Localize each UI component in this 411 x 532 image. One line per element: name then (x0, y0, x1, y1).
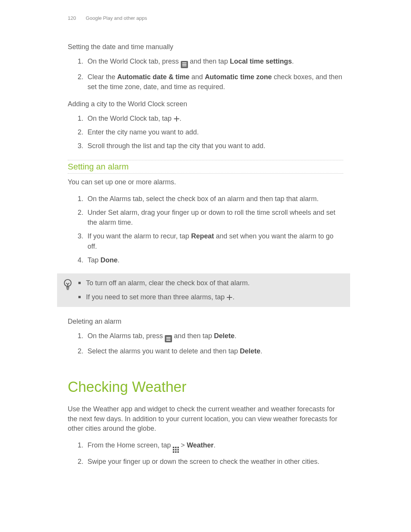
svg-rect-2 (67, 288, 69, 289)
menu-icon (181, 61, 188, 68)
text: From the Home screen, tap (88, 441, 173, 449)
ui-label-delete: Delete (214, 332, 234, 340)
steps-add-city: On the World Clock tab, tap . Enter the … (68, 113, 343, 151)
list-item: Scroll through the list and tap the city… (85, 141, 343, 151)
text: Select the alarms you want to delete and… (88, 347, 240, 355)
steps-setting-alarm: On the Alarms tab, select the check box … (68, 194, 343, 265)
list-item: Under Set alarm, drag your finger up or … (85, 208, 343, 227)
tip-icon-column (57, 278, 78, 290)
list-item: Clear the Automatic date & time and Auto… (85, 72, 343, 92)
text: . (260, 347, 262, 355)
text: and (190, 73, 205, 81)
chapter-name: Google Play and other apps (86, 15, 147, 21)
list-item: Tap Done. (85, 255, 343, 265)
all-apps-icon (173, 447, 179, 453)
list-item: If you want the alarm to recur, tap Repe… (85, 231, 343, 251)
alarm-intro: You can set up one or more alarms. (68, 177, 343, 187)
svg-rect-1 (66, 287, 69, 288)
tip-item: To turn off an alarm, clear the check bo… (78, 278, 250, 288)
text: On the Alarms tab, press (88, 332, 165, 340)
chapter-title-checking-weather: Checking Weather (68, 379, 343, 395)
text: If you want the alarm to recur, tap (88, 232, 191, 240)
ui-label-local-time-settings: Local time settings (230, 58, 292, 65)
ui-label-delete: Delete (240, 347, 260, 355)
text: and then tap (190, 58, 230, 65)
ui-label-auto-date-time: Automatic date & time (117, 73, 190, 81)
list-item: From the Home screen, tap > Weather. (85, 440, 343, 453)
svg-rect-3 (67, 289, 69, 290)
list-item: Swipe your finger up or down the screen … (85, 457, 343, 466)
section-title-setting-alarm: Setting an alarm (68, 160, 343, 174)
page-header: 120 Google Play and other apps (68, 15, 343, 21)
list-item: Enter the city name you want to add. (85, 127, 343, 137)
document-page: 120 Google Play and other apps Setting t… (0, 0, 411, 532)
tip-box: To turn off an alarm, clear the check bo… (57, 273, 350, 307)
text: > (181, 441, 187, 449)
list-item: On the World Clock tab, tap . (85, 113, 343, 123)
text: Clear the (88, 73, 117, 81)
list-item: Select the alarms you want to delete and… (85, 346, 343, 356)
text: . (234, 332, 236, 340)
text: . (213, 441, 215, 449)
text: . (233, 293, 234, 301)
text: Tap (88, 256, 100, 264)
steps-set-date-time: On the World Clock tab, press and then t… (68, 56, 343, 92)
plus-icon (174, 116, 180, 122)
ui-label-weather: Weather (187, 441, 214, 449)
text: If you need to set more than three alarm… (86, 293, 226, 301)
text: On the World Clock tab, press (88, 58, 181, 65)
text: . (180, 115, 182, 122)
steps-weather: From the Home screen, tap > Weather. Swi… (68, 440, 343, 466)
weather-intro: Use the Weather app and widget to check … (68, 404, 343, 433)
text: and then tap (174, 332, 214, 340)
tip-item: If you need to set more than three alarm… (78, 292, 250, 302)
subheading-add-city: Adding a city to the World Clock screen (68, 100, 343, 108)
text: . (118, 256, 119, 264)
list-item: On the World Clock tab, press and then t… (85, 56, 343, 68)
plus-icon (226, 294, 233, 300)
page-number: 120 (68, 15, 76, 21)
list-item: On the Alarms tab, press and then tap De… (85, 331, 343, 343)
tip-list: To turn off an alarm, clear the check bo… (78, 278, 250, 302)
menu-icon (165, 335, 172, 342)
subheading-set-date-time: Setting the date and time manually (68, 43, 343, 51)
subheading-deleting-alarm: Deleting an alarm (68, 318, 343, 326)
lightbulb-icon (63, 279, 72, 290)
text: On the World Clock tab, tap (88, 115, 174, 122)
ui-label-done: Done (100, 256, 118, 264)
ui-label-auto-time-zone: Automatic time zone (205, 73, 272, 81)
steps-deleting-alarm: On the Alarms tab, press and then tap De… (68, 331, 343, 356)
list-item: On the Alarms tab, select the check box … (85, 194, 343, 204)
ui-label-repeat: Repeat (191, 232, 214, 240)
text: . (292, 58, 294, 65)
